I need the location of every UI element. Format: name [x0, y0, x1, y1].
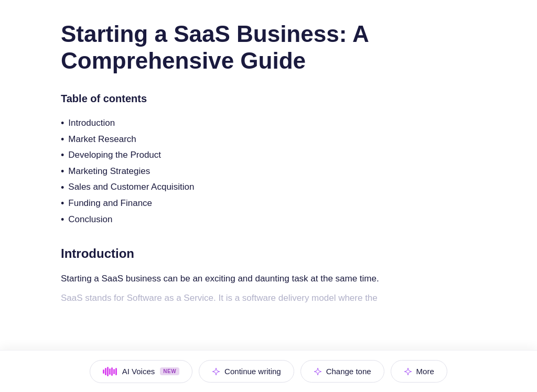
- toc-item-sales[interactable]: Sales and Customer Acquisition: [61, 180, 476, 196]
- toc-item-developing-product[interactable]: Developing the Product: [61, 147, 476, 164]
- toc-list: Introduction Market Research Developing …: [61, 115, 476, 227]
- intro-section-heading: Introduction: [61, 246, 476, 261]
- ai-voices-button[interactable]: AI Voices NEW: [90, 360, 192, 383]
- change-tone-label: Change tone: [326, 367, 371, 376]
- intro-paragraph-dark: Starting a SaaS business can be an excit…: [61, 271, 476, 287]
- more-button[interactable]: More: [391, 360, 447, 383]
- toc-heading: Table of contents: [61, 93, 476, 105]
- ai-voices-label: AI Voices: [122, 367, 155, 376]
- sparkle-icon-tone: [314, 367, 322, 376]
- more-label: More: [416, 367, 434, 376]
- toc-item-market-research[interactable]: Market Research: [61, 132, 476, 148]
- sparkle-icon-continue: [212, 367, 220, 376]
- continue-writing-button[interactable]: Continue writing: [199, 360, 294, 383]
- page-title: Starting a SaaS Business: A Comprehensiv…: [61, 21, 476, 74]
- waveform-icon: [103, 367, 117, 376]
- toc-item-funding[interactable]: Funding and Finance: [61, 195, 476, 212]
- sparkle-icon-more: [404, 367, 412, 376]
- change-tone-button[interactable]: Change tone: [300, 360, 384, 383]
- intro-paragraph-light: SaaS stands for Software as a Service. I…: [61, 291, 476, 306]
- continue-writing-label: Continue writing: [224, 367, 281, 376]
- bottom-toolbar: AI Voices NEW Continue writing Change to…: [0, 350, 537, 392]
- toc-item-introduction[interactable]: Introduction: [61, 115, 476, 132]
- main-content: Starting a SaaS Business: A Comprehensiv…: [0, 0, 537, 392]
- toc-item-marketing-strategies[interactable]: Marketing Strategies: [61, 164, 476, 180]
- toc-item-conclusion[interactable]: Conclusion: [61, 212, 476, 228]
- new-badge: NEW: [160, 367, 179, 375]
